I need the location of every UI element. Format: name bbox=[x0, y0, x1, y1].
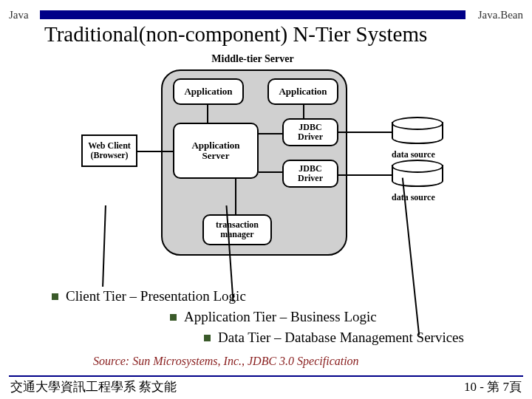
app-server-line1: Application bbox=[191, 140, 239, 151]
application-server-box: Application Server bbox=[173, 123, 259, 179]
bullet-dot-icon bbox=[52, 293, 58, 300]
bullet-client-text: Client Tier – Presentation Logic bbox=[66, 288, 246, 304]
data-source-label-1: data source bbox=[392, 149, 435, 160]
tier-bullet-list: Client Tier – Presentation Logic Applica… bbox=[52, 288, 525, 350]
data-source-cylinder-2 bbox=[392, 160, 443, 191]
middle-tier-title: Middle-tier Server bbox=[171, 53, 334, 65]
connector-app1-server bbox=[207, 105, 208, 123]
connector-jdbc1-db1 bbox=[338, 132, 392, 133]
connector-jdbc2-db2 bbox=[338, 174, 392, 176]
app-server-line2: Server bbox=[202, 151, 230, 161]
footer-left-text: 交通大學資訊工程學系 蔡文能 bbox=[10, 378, 177, 395]
connector-server-txn bbox=[235, 179, 236, 214]
jdbc2-line2: Driver bbox=[298, 174, 323, 183]
bullet-client-tier: Client Tier – Presentation Logic bbox=[52, 288, 525, 304]
bullet-data-text: Data Tier – Database Management Services bbox=[218, 330, 464, 346]
transaction-manager-box: transaction manager bbox=[202, 214, 272, 245]
jdbc1-line2: Driver bbox=[298, 132, 323, 142]
header-left-label: Java bbox=[9, 9, 29, 21]
application-box-1: Application bbox=[173, 78, 244, 105]
web-client-box: Web Client (Browser) bbox=[81, 134, 137, 167]
bullet-data-tier: Data Tier – Database Management Services bbox=[204, 330, 525, 346]
bullet-app-tier: Application Tier – Business Logic bbox=[170, 309, 525, 325]
connector-server-jdbc2 bbox=[259, 171, 282, 173]
header-right-label: Java.Bean bbox=[478, 9, 523, 21]
footer-divider bbox=[9, 375, 523, 377]
data-source-cylinder-1 bbox=[392, 117, 443, 148]
connector-client-server bbox=[137, 151, 173, 152]
footer-page-number: 10 - 第 7頁 bbox=[464, 378, 522, 395]
bullet-dot-icon bbox=[170, 314, 177, 321]
architecture-diagram: Middle-tier Server Web Client (Browser) … bbox=[81, 53, 458, 256]
connector-server-jdbc1 bbox=[259, 133, 282, 134]
web-client-line2: (Browser) bbox=[90, 151, 128, 160]
bullet-app-text: Application Tier – Business Logic bbox=[184, 309, 377, 325]
connector-app2-jdbc1 bbox=[303, 105, 304, 118]
application-box-2: Application bbox=[267, 78, 338, 105]
slide-title: Traditional(non-component) N-Tier System… bbox=[44, 22, 525, 47]
source-citation: Source: Sun Microsystems, Inc., JDBC 3.0… bbox=[93, 355, 359, 368]
data-source-label-2: data source bbox=[392, 192, 435, 203]
txn-line2: manager bbox=[220, 230, 253, 239]
bullet-dot-icon bbox=[204, 335, 211, 341]
jdbc-driver-box-2: JDBC Driver bbox=[282, 160, 338, 188]
jdbc-driver-box-1: JDBC Driver bbox=[282, 118, 338, 146]
header-divider-bar bbox=[40, 10, 466, 19]
